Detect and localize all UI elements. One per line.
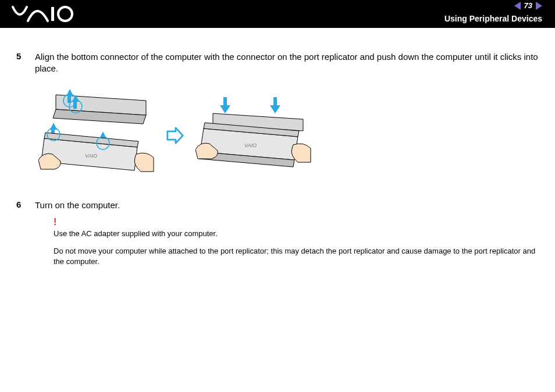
header-bar: 73 Using Peripheral Devices [0, 0, 555, 28]
note-line: Do not move your computer while attached… [54, 246, 539, 267]
step-number: 6 [16, 199, 35, 209]
step-row: 5 Align the bottom connector of the comp… [16, 51, 539, 75]
illustration-align: VAIO [38, 83, 155, 188]
svg-text:VAIO: VAIO [85, 153, 97, 159]
next-page-icon[interactable] [536, 2, 542, 10]
note-line: Use the AC adapter supplied with your co… [54, 229, 539, 239]
svg-marker-13 [270, 97, 280, 113]
svg-text:VAIO: VAIO [244, 142, 257, 148]
svg-rect-0 [51, 7, 54, 21]
arrow-right-icon [166, 127, 184, 144]
note-block: Use the AC adapter supplied with your co… [54, 229, 539, 268]
page-content: 5 Align the bottom connector of the comp… [0, 28, 555, 267]
vaio-logo [12, 5, 76, 26]
prev-page-icon[interactable] [514, 2, 521, 10]
warning-icon: ! [54, 217, 539, 227]
section-title: Using Peripheral Devices [444, 14, 542, 23]
svg-point-1 [58, 7, 72, 21]
step-text: Align the bottom connector of the comput… [35, 51, 539, 75]
step-number: 5 [16, 51, 35, 61]
svg-marker-12 [220, 97, 230, 113]
step-row: 6 Turn on the computer. [16, 199, 539, 211]
step-text: Turn on the computer. [35, 199, 120, 211]
illustration-push: VAIO [195, 89, 312, 182]
illustration-row: VAIO [38, 83, 539, 188]
page-nav: 73 [514, 1, 542, 10]
page-number: 73 [524, 1, 532, 10]
svg-marker-11 [168, 127, 183, 142]
